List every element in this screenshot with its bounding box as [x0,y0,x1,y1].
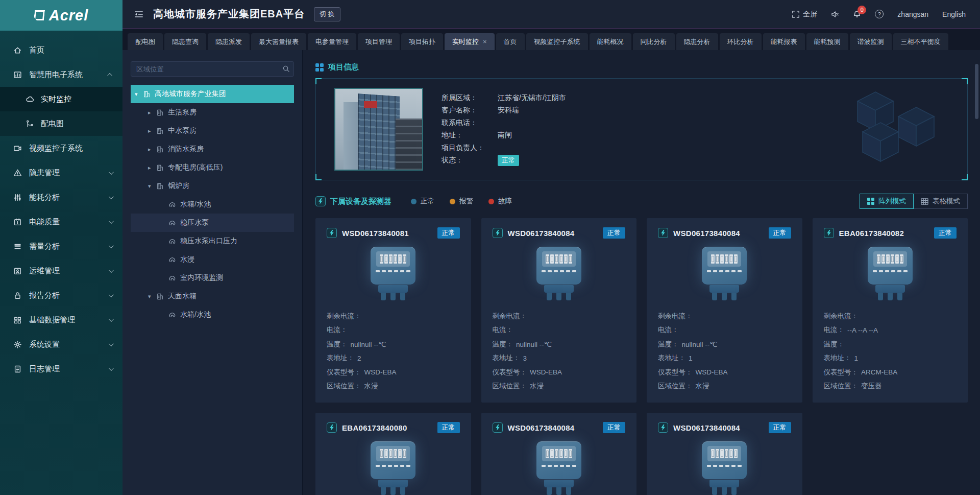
sidebar-item-video-monitor[interactable]: 视频监控子系统 [0,136,122,160]
help-button[interactable]: ? [875,10,884,18]
collapse-menu-icon[interactable] [134,9,144,19]
tab-hazard-analysis[interactable]: 隐患分析 [676,33,718,50]
gear-icon [13,340,22,349]
sidebar-item-distribution-diagram[interactable]: 配电图 [0,111,122,136]
device-card[interactable]: WSD06173840084 正常 剩余电流： 电流： 温度：nullnull … [481,218,637,403]
grid-mode-button[interactable]: 阵列模式 [860,194,914,209]
tree-node-leaf[interactable]: 水箱/水池 [131,195,294,214]
notifications-button[interactable]: 0 [853,10,861,18]
project-fields: 所属区域：江苏省/无锡市/江阴市 客户名称：安科瑞 联系电话： 地址：南闸 项目… [442,92,566,167]
device-card[interactable]: WSD06173840081 正常 剩余电流： 电流： 温度：nullnull … [315,218,471,403]
device-id: EBA06173840080 [342,423,432,432]
caret-down-icon[interactable]: ▾ [148,293,156,300]
tree-node[interactable]: ▸ 消防水泵房 [131,140,294,158]
caret-right-icon[interactable]: ▸ [148,109,156,116]
sidebar-item-log-management[interactable]: 日志管理 [0,357,122,381]
tab-phase-unbalance[interactable]: 三相不平衡度 [893,33,948,50]
sidebar-item-power-quality[interactable]: 电能质量 [0,209,122,234]
tab-distribution-diagram[interactable]: 配电图 [128,33,163,50]
tree-node[interactable]: ▾ 锅炉房 [131,177,294,195]
language-switcher[interactable]: English [942,10,966,18]
sidebar-item-hazard-management[interactable]: 隐患管理 [0,160,122,185]
tab-energy-forecast[interactable]: 能耗预测 [806,33,848,50]
tab-harmonic-monitor[interactable]: 谐波监测 [850,33,892,50]
device-cards-grid: WSD06173840081 正常 剩余电流： 电流： 温度：nullnull … [315,218,968,495]
project-info-panel: 所属区域：江苏省/无锡市/江阴市 客户名称：安科瑞 联系电话： 地址：南闸 项目… [315,78,968,180]
tab-max-demand-report[interactable]: 最大需量报表 [251,33,306,50]
tree-node[interactable]: ▸ 中水泵房 [131,122,294,140]
tree-node-leaf[interactable]: 水浸 [131,250,294,269]
username[interactable]: zhangsan [897,10,928,18]
building-icon [156,164,164,172]
tab-project-topology[interactable]: 项目拓扑 [401,33,443,50]
tab-mom-analysis[interactable]: 环比分析 [720,33,762,50]
tree-node[interactable]: ▸ 专配电房(高低压) [131,158,294,177]
vertical-scrollbar[interactable] [975,64,978,119]
tab-bar: 配电图 隐患查询 隐患派发 最大需量报表 电参量管理 项目管理 项目拓扑 实时监… [122,29,980,50]
tab-project-management[interactable]: 项目管理 [358,33,400,50]
mute-button[interactable] [831,10,839,18]
sidebar-item-system-settings[interactable]: 系统设置 [0,332,122,357]
app-root: Acrel 首页 智慧用电子系统 实时监控 配电图 [0,0,980,495]
sidebar-item-smart-power[interactable]: 智慧用电子系统 [0,62,122,87]
sidebar-item-realtime-monitor[interactable]: 实时监控 [0,87,122,111]
chevron-down-icon [109,243,114,248]
caret-down-icon[interactable]: ▾ [135,91,143,98]
devices-header: 下属设备及探测器 正常 报警 故障 阵列模式 表格模式 [315,194,968,209]
main-panel: 项目信息 所属区域：江苏省/无锡市/江阴市 客户名称：安科瑞 联系电话： 地址：… [303,50,980,495]
sliders-icon [13,193,22,202]
sidebar-item-demand-analysis[interactable]: 需量分析 [0,234,122,258]
tab-realtime-monitor[interactable]: 实时监控× [445,33,495,50]
building-icon [156,182,164,190]
sidebar-item-energy-analysis[interactable]: 能耗分析 [0,185,122,209]
legend-fault: 故障 [488,197,512,206]
tree-node-leaf[interactable]: 稳压水泵 [131,214,294,232]
device-card[interactable]: WSD06173840084 正常 [481,413,637,495]
video-camera-icon [13,144,22,153]
sidebar-item-ops-management[interactable]: 运维管理 [0,258,122,283]
table-mode-icon [921,198,928,205]
device-card[interactable]: WSD06173840084 正常 [647,413,802,495]
caret-right-icon[interactable]: ▸ [148,128,156,134]
fullscreen-button[interactable]: 全屏 [792,10,817,19]
tab-energy-report[interactable]: 能耗报表 [763,33,805,50]
sidebar: Acrel 首页 智慧用电子系统 实时监控 配电图 [0,0,122,495]
search-input[interactable] [131,61,294,77]
tab-yoy-analysis[interactable]: 同比分析 [633,33,675,50]
branch-icon [26,120,34,128]
alarm-dot-icon [450,199,455,204]
tab-hazard-dispatch[interactable]: 隐患派发 [208,33,250,50]
tab-energy-overview[interactable]: 能耗概况 [590,33,631,50]
customer-value: 安科瑞 [498,106,519,115]
caret-right-icon[interactable]: ▸ [148,146,156,153]
address-value: 南闸 [498,131,512,140]
tab-hazard-query[interactable]: 隐患查询 [164,33,206,50]
switch-project-button[interactable]: 切 换 [314,7,340,21]
list-lines-icon [13,242,22,251]
corner-bracket [315,78,322,84]
sidebar-item-report-analysis[interactable]: 报告分析 [0,283,122,308]
tab-video-monitor[interactable]: 视频监控子系统 [526,33,588,50]
device-card[interactable]: EBA06173840082 正常 剩余电流： 电流：--A --A --A 温… [813,218,968,403]
search-icon[interactable] [282,65,290,73]
sidebar-item-home[interactable]: 首页 [0,38,122,62]
tree-node-root[interactable]: ▾ 高地城市服务产业集团 [131,85,294,103]
sidebar-item-base-data[interactable]: 基础数据管理 [0,308,122,332]
device-card[interactable]: WSD06173840084 正常 剩余电流： 电流： 温度：nullnull … [647,218,802,403]
tree-node-leaf[interactable]: 稳压水泵出口压力 [131,232,294,250]
tree-node-leaf[interactable]: 室内环境监测 [131,269,294,287]
home-icon [13,46,22,55]
caret-right-icon[interactable]: ▸ [148,164,156,171]
tab-home[interactable]: 首页 [496,33,525,50]
device-card[interactable]: EBA06173840080 正常 [315,413,471,495]
table-mode-button[interactable]: 表格模式 [914,194,968,209]
acrel-logo-icon [34,10,45,20]
tree-node-leaf[interactable]: 水箱/水池 [131,305,294,324]
close-tab-icon[interactable]: × [483,38,487,45]
tree-node[interactable]: ▸ 生活泵房 [131,103,294,122]
caret-down-icon[interactable]: ▾ [148,183,156,190]
tree-node[interactable]: ▾ 天面水箱 [131,287,294,305]
tab-electric-param[interactable]: 电参量管理 [308,33,356,50]
bar-chart-icon [13,70,22,79]
document-icon [13,365,22,373]
